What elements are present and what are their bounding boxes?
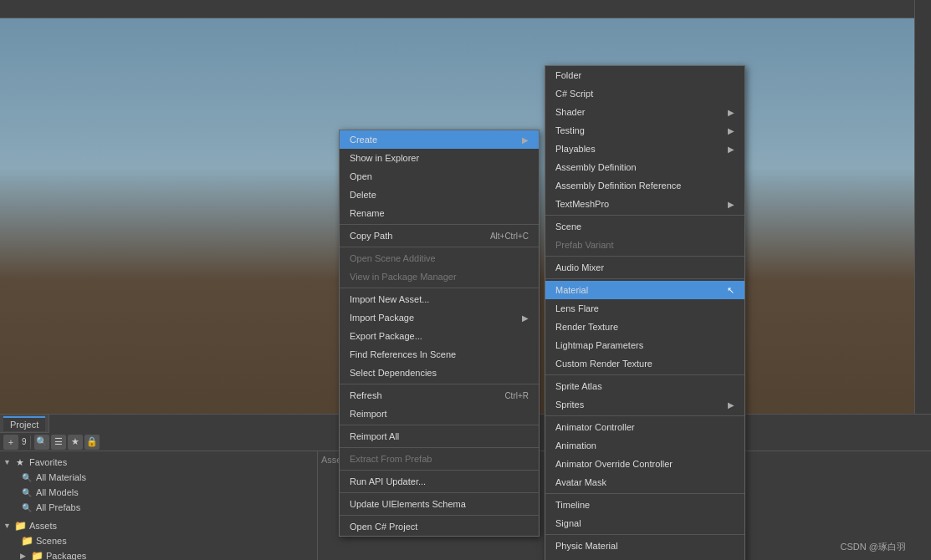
- menu-item-label: Timeline: [555, 500, 590, 510]
- menu-separator: [340, 288, 539, 288]
- project-tree: ▼ ★ Favorites 🔍 All Materials 🔍 All Mode…: [0, 451, 318, 560]
- submenu-item-assembly-definition[interactable]: Assembly Definition: [545, 158, 744, 176]
- menu-item-label: Animator Controller: [555, 422, 635, 432]
- tree-all-prefabs[interactable]: 🔍 All Prefabs: [0, 500, 317, 515]
- submenu-item-sprite-atlas[interactable]: Sprite Atlas: [545, 377, 744, 395]
- badge: 9: [22, 437, 27, 446]
- submenu-item-timeline[interactable]: Timeline: [545, 496, 744, 514]
- search-button[interactable]: 🔍: [34, 435, 49, 450]
- primary-context-menu: Create ▶ Show in Explorer Open Delete Re…: [339, 130, 540, 537]
- menu-item-label: Material: [555, 285, 588, 295]
- submenu-item-assembly-definition-reference[interactable]: Assembly Definition Reference: [545, 176, 744, 195]
- project-tab[interactable]: Project: [3, 416, 45, 431]
- tree-scenes[interactable]: 📁 Scenes: [0, 533, 317, 548]
- menu-item-import-new-asset[interactable]: Import New Asset...: [340, 290, 539, 308]
- submenu-item-lightmap-parameters[interactable]: Lightmap Parameters: [545, 336, 744, 354]
- submenu-arrow: ▶: [522, 313, 529, 323]
- menu-item-run-api-updater[interactable]: Run API Updater...: [340, 472, 539, 491]
- menu-item-view-package-manager: View in Package Manager: [340, 267, 539, 286]
- menu-item-label: Extract From Prefab: [350, 454, 432, 464]
- submenu-item-textmeshpro[interactable]: TextMeshPro ▶: [545, 195, 744, 213]
- submenu-item-testing[interactable]: Testing ▶: [545, 121, 744, 140]
- menu-item-label: Copy Path: [350, 231, 392, 241]
- arrow-icon: ▼: [3, 522, 13, 530]
- tree-assets[interactable]: ▼ 📁 Assets: [0, 518, 317, 533]
- toolbar-sep: [30, 435, 31, 449]
- packages-label: Packages: [46, 551, 86, 560]
- menu-item-label: Render Texture: [555, 322, 618, 332]
- menu-item-label: Reimport: [350, 409, 387, 419]
- submenu-item-folder[interactable]: Folder: [545, 66, 744, 84]
- menu-separator: [545, 374, 744, 375]
- menu-item-label: Shader: [555, 107, 585, 117]
- submenu-item-signal[interactable]: Signal: [545, 514, 744, 532]
- menu-item-open-scene-additive: Open Scene Additive: [340, 249, 539, 267]
- menu-item-label: Import New Asset...: [350, 294, 429, 304]
- filter-button[interactable]: ☰: [51, 435, 66, 450]
- submenu-item-animator-controller[interactable]: Animator Controller: [545, 418, 744, 436]
- submenu-item-lens-flare[interactable]: Lens Flare: [545, 299, 744, 318]
- submenu-item-avatar-mask[interactable]: Avatar Mask: [545, 473, 744, 491]
- menu-separator: [340, 224, 539, 225]
- tree-packages[interactable]: ▶ 📁 Packages: [0, 548, 317, 560]
- submenu-item-physics-material-2d[interactable]: Physics Material 2D: [545, 555, 744, 560]
- arrow-icon: ▶: [20, 552, 30, 560]
- menu-item-label: Open: [350, 171, 372, 181]
- submenu-item-prefab-variant: Prefab Variant: [545, 236, 744, 254]
- menu-separator: [340, 247, 539, 247]
- submenu-item-custom-render-texture[interactable]: Custom Render Texture: [545, 354, 744, 373]
- submenu-item-animator-override[interactable]: Animator Override Controller: [545, 455, 744, 473]
- menu-item-label: Refresh: [350, 390, 382, 400]
- lock-button[interactable]: 🔒: [84, 435, 100, 450]
- submenu-item-audio-mixer[interactable]: Audio Mixer: [545, 258, 744, 277]
- tree-favorites[interactable]: ▼ ★ Favorites: [0, 455, 317, 470]
- menu-item-create[interactable]: Create ▶: [340, 130, 539, 149]
- tree-all-models[interactable]: 🔍 All Models: [0, 485, 317, 500]
- menu-item-show-explorer[interactable]: Show in Explorer: [340, 149, 539, 167]
- menu-item-rename[interactable]: Rename: [340, 204, 539, 222]
- menu-item-label: Run API Updater...: [350, 476, 426, 486]
- menu-item-reimport-all[interactable]: Reimport All: [340, 427, 539, 445]
- menu-item-label: Open Scene Additive: [350, 253, 436, 263]
- menu-item-label: Animation: [555, 440, 596, 451]
- submenu-item-playables[interactable]: Playables ▶: [545, 140, 744, 158]
- scenes-label: Scenes: [36, 536, 67, 546]
- menu-item-label: Show in Explorer: [350, 153, 419, 163]
- menu-item-reimport[interactable]: Reimport: [340, 405, 539, 423]
- menu-item-update-uielements[interactable]: Update UIElements Schema: [340, 495, 539, 513]
- shortcut-label: Alt+Ctrl+C: [490, 232, 529, 241]
- menu-item-export-package[interactable]: Export Package...: [340, 327, 539, 345]
- submenu-item-sprites[interactable]: Sprites ▶: [545, 395, 744, 414]
- submenu-item-scene[interactable]: Scene: [545, 217, 744, 236]
- submenu-arrow: ▶: [728, 400, 734, 410]
- menu-item-delete[interactable]: Delete: [340, 186, 539, 204]
- add-button[interactable]: +: [3, 435, 18, 450]
- menu-item-open-csharp-project[interactable]: Open C# Project: [340, 517, 539, 536]
- watermark-text: CSDN @琢白羽: [841, 542, 906, 552]
- menu-item-copy-path[interactable]: Copy Path Alt+Ctrl+C: [340, 227, 539, 245]
- submenu-item-shader[interactable]: Shader ▶: [545, 103, 744, 121]
- submenu-item-render-texture[interactable]: Render Texture: [545, 318, 744, 336]
- favorites-icon: ★: [13, 456, 27, 469]
- submenu-item-material[interactable]: Material ↖: [545, 281, 744, 299]
- menu-item-label: Sprite Atlas: [555, 381, 602, 391]
- menu-separator: [545, 256, 744, 257]
- submenu-arrow: ▶: [728, 200, 734, 209]
- submenu-item-csharp-script[interactable]: C# Script: [545, 84, 744, 103]
- submenu-arrow: ▶: [522, 135, 529, 145]
- menu-item-label: Select Dependencies: [350, 368, 437, 378]
- folder-icon: 📁: [20, 534, 33, 547]
- tree-all-materials[interactable]: 🔍 All Materials: [0, 470, 317, 485]
- menu-item-select-dependencies[interactable]: Select Dependencies: [340, 364, 539, 382]
- menu-item-import-package[interactable]: Import Package ▶: [340, 308, 539, 327]
- menu-item-find-references[interactable]: Find References In Scene: [340, 345, 539, 364]
- submenu-item-physic-material[interactable]: Physic Material: [545, 537, 744, 555]
- assets-label: Assets: [29, 521, 57, 531]
- menu-item-label: Update UIElements Schema: [350, 499, 466, 509]
- star-button[interactable]: ★: [68, 435, 83, 450]
- submenu-item-animation[interactable]: Animation: [545, 436, 744, 455]
- menu-item-refresh[interactable]: Refresh Ctrl+R: [340, 386, 539, 405]
- top-toolbar: [0, 0, 914, 18]
- menu-item-label: Lens Flare: [555, 303, 599, 313]
- menu-item-open[interactable]: Open: [340, 167, 539, 186]
